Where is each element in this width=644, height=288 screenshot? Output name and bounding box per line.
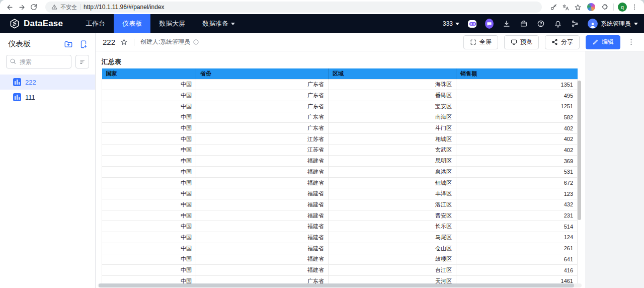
table-row: 中国福建省仓山区261 bbox=[102, 243, 578, 254]
table-cell: 仓山区 bbox=[329, 243, 456, 254]
fullscreen-icon bbox=[470, 39, 476, 45]
back-icon[interactable] bbox=[5, 3, 14, 12]
table-cell: 531 bbox=[456, 167, 578, 178]
extensions-puzzle-icon[interactable] bbox=[600, 3, 609, 12]
table-cell: 中国 bbox=[102, 199, 196, 210]
help-icon[interactable] bbox=[536, 20, 545, 28]
url-text[interactable]: http://10.1.11.96/#/panel/index bbox=[84, 4, 165, 11]
env-label: 333 bbox=[443, 20, 453, 27]
security-label[interactable]: 不安全 bbox=[60, 4, 77, 11]
nav-item-0[interactable]: 工作台 bbox=[77, 14, 114, 33]
table-cell: 广东省 bbox=[196, 90, 329, 101]
env-selector[interactable]: 333 bbox=[443, 20, 459, 27]
new-folder-icon[interactable] bbox=[64, 40, 73, 49]
column-header: 省份 bbox=[196, 68, 329, 79]
table-row: 中国福建省台江区416 bbox=[102, 265, 578, 276]
address-bar[interactable]: 不安全 http://10.1.11.96/#/panel/index bbox=[45, 2, 542, 13]
table-row: 中国福建省洛江区432 bbox=[102, 199, 578, 210]
bell-icon[interactable] bbox=[553, 20, 562, 28]
vertical-scroll-thumb[interactable] bbox=[578, 81, 581, 220]
table-cell: 海珠区 bbox=[329, 79, 456, 90]
dashboard-panel-icon bbox=[13, 93, 21, 101]
table-cell: 中国 bbox=[102, 145, 196, 156]
message-icon[interactable] bbox=[485, 20, 494, 28]
share-button[interactable]: 分享 bbox=[545, 35, 580, 49]
table-row: 中国福建省泉港区531 bbox=[102, 167, 578, 178]
extension-brain-icon[interactable] bbox=[587, 3, 595, 11]
password-key-icon[interactable] bbox=[549, 3, 558, 12]
edit-button[interactable]: 编辑 bbox=[586, 35, 620, 49]
more-actions-icon[interactable] bbox=[626, 37, 636, 47]
table-cell: 福建省 bbox=[196, 188, 329, 199]
bookmark-star-icon[interactable] bbox=[573, 3, 582, 12]
table-cell: 福建省 bbox=[196, 254, 329, 265]
table-cell: 江苏省 bbox=[196, 145, 329, 156]
translate-icon[interactable] bbox=[561, 3, 570, 12]
brand-name: DataEase bbox=[24, 19, 63, 29]
org-icon[interactable] bbox=[571, 20, 579, 28]
fullscreen-button[interactable]: 全屏 bbox=[463, 35, 498, 49]
table-cell: 124 bbox=[456, 232, 578, 243]
chart-title: 汇总表 bbox=[102, 57, 121, 66]
table-cell: 514 bbox=[456, 221, 578, 232]
table-cell: 261 bbox=[456, 243, 578, 254]
favorite-star-icon[interactable] bbox=[120, 38, 128, 46]
table-cell: 福建省 bbox=[196, 265, 329, 276]
table-cell: 洛江区 bbox=[329, 199, 456, 210]
refresh-icon[interactable] bbox=[29, 3, 38, 12]
table-row: 中国福建省长乐区514 bbox=[102, 221, 578, 232]
table-cell: 福建省 bbox=[196, 199, 329, 210]
table-cell: 福建省 bbox=[196, 210, 329, 221]
navbar-right: 333 bbox=[443, 19, 638, 29]
info-icon[interactable] bbox=[193, 39, 199, 45]
not-secure-icon bbox=[51, 4, 57, 10]
table-cell: 641 bbox=[456, 254, 578, 265]
sidebar-item-222[interactable]: 222 bbox=[0, 75, 95, 90]
table-row: 中国广东省番禺区495 bbox=[102, 90, 578, 101]
toolbox-icon[interactable] bbox=[519, 20, 528, 28]
table-cell: 长乐区 bbox=[329, 221, 456, 232]
sidebar: 仪表板 bbox=[0, 33, 96, 288]
browser-window: 不安全 http://10.1.11.96/#/panel/index q D bbox=[0, 0, 644, 288]
horizontal-scrollbar bbox=[98, 283, 582, 287]
table-cell: 中国 bbox=[102, 254, 196, 265]
nav-item-2[interactable]: 数据大屏 bbox=[150, 14, 194, 33]
browser-toolbar: 不安全 http://10.1.11.96/#/panel/index q bbox=[0, 0, 644, 14]
chevron-down-icon bbox=[231, 23, 235, 25]
ai-robot-icon[interactable] bbox=[468, 20, 476, 28]
nav-item-3[interactable]: 数据准备 bbox=[194, 14, 244, 33]
table-cell: 中国 bbox=[102, 112, 196, 123]
sidebar-item-label: 222 bbox=[25, 79, 36, 86]
table-header: 国家省份区域销售额 bbox=[102, 68, 578, 79]
sort-button[interactable] bbox=[75, 55, 89, 68]
table-row: 中国福建省马尾区124 bbox=[102, 232, 578, 243]
user-menu[interactable]: 系统管理员 bbox=[588, 19, 638, 29]
table-cell: 广东省 bbox=[196, 101, 329, 112]
browser-menu-icon[interactable] bbox=[630, 3, 639, 12]
table-cell: 南海区 bbox=[329, 112, 456, 123]
table-cell: 432 bbox=[456, 199, 578, 210]
table-cell: 中国 bbox=[102, 167, 196, 178]
sidebar-item-111[interactable]: 111 bbox=[0, 90, 95, 105]
nav-item-1[interactable]: 仪表板 bbox=[114, 14, 150, 33]
column-header: 区域 bbox=[329, 68, 456, 79]
table-cell: 369 bbox=[456, 156, 578, 167]
dashboard-tree: 222111 bbox=[0, 75, 95, 105]
chevron-down-icon bbox=[634, 23, 638, 25]
table-widget: 汇总表 国家省份区域销售额 中国广东省海珠区1351中国广东省番禺区495中国广… bbox=[96, 51, 585, 288]
subheader-divider bbox=[134, 39, 134, 46]
table-cell: 玄武区 bbox=[329, 145, 456, 156]
user-avatar-icon bbox=[588, 19, 598, 29]
forward-icon[interactable] bbox=[17, 3, 26, 12]
table-cell: 晋安区 bbox=[329, 210, 456, 221]
download-icon[interactable] bbox=[502, 20, 511, 28]
table-vertical-scrollbar bbox=[578, 80, 581, 288]
brand-logo[interactable]: DataEase bbox=[6, 18, 66, 29]
preview-button[interactable]: 预览 bbox=[504, 35, 539, 49]
horizontal-scroll-thumb[interactable] bbox=[99, 283, 574, 287]
new-dashboard-icon[interactable] bbox=[79, 40, 88, 49]
table-cell: 广东省 bbox=[196, 112, 329, 123]
browser-profile-avatar[interactable]: q bbox=[618, 3, 627, 12]
table-row: 中国广东省海珠区1351 bbox=[102, 79, 578, 90]
table-row: 中国广东省南海区582 bbox=[102, 112, 578, 123]
